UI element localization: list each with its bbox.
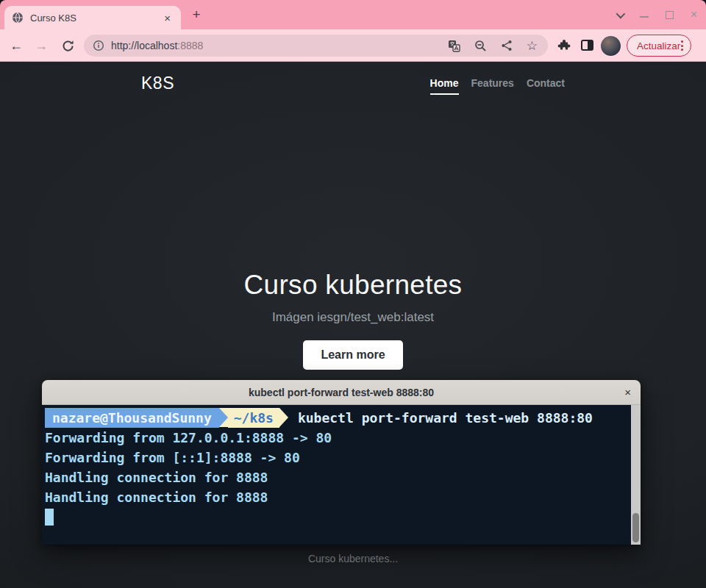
nav-item-features[interactable]: Features [471, 77, 514, 95]
terminal-output-line: Handling connection for 8888 [45, 467, 630, 487]
url-port: :8888 [177, 40, 203, 51]
site-nav: Home Features Contact [430, 77, 565, 95]
actualizar-button[interactable]: Actualizar [627, 35, 691, 57]
prompt-dir-segment: ~/k8s [228, 408, 279, 428]
chevron-down-icon[interactable] [616, 9, 625, 18]
powerline-arrow-icon [219, 408, 228, 427]
terminal-output-line: Handling connection for 8888 [45, 487, 630, 507]
terminal-output-line: Forwarding from [::1]:8888 -> 80 [45, 448, 630, 467]
reload-icon[interactable] [57, 29, 78, 62]
profile-avatar[interactable] [601, 36, 621, 56]
bookmark-star-icon[interactable]: ☆ [527, 40, 538, 52]
tab-strip: Curso K8S × + × [0, 0, 706, 29]
share-icon[interactable] [501, 40, 513, 51]
terminal-close-icon[interactable]: × [624, 386, 631, 398]
browser-tab[interactable]: Curso K8S × [4, 6, 181, 29]
zoom-out-icon[interactable] [474, 40, 487, 52]
nav-item-contact[interactable]: Contact [527, 77, 565, 95]
site-brand: K8S [141, 74, 174, 93]
masthead: K8S Home Features Contact [141, 74, 565, 95]
tab-close-icon[interactable]: × [161, 11, 174, 25]
window-close-icon[interactable]: × [691, 9, 697, 21]
nav-item-home[interactable]: Home [430, 77, 459, 95]
terminal-command: kubectl port-forward test-web 8888:80 [298, 408, 593, 428]
terminal-title: kubectl port-forward test-web 8888:80 [249, 387, 434, 398]
page-title: Curso kubernetes [0, 270, 706, 301]
url-host: http://localhost [111, 40, 177, 51]
actualizar-label: Actualizar [637, 40, 680, 51]
scrollbar-thumb[interactable] [632, 513, 639, 542]
powerline-arrow-icon [279, 408, 288, 427]
terminal-cursor [45, 509, 54, 526]
browser-toolbar: ← → http://localhost:8888 [0, 29, 706, 62]
page-footer: Curso kubernetes... [0, 553, 706, 564]
tab-title: Curso K8S [30, 12, 161, 24]
extensions-puzzle-icon[interactable] [557, 39, 571, 52]
side-panel-icon[interactable] [581, 40, 593, 51]
terminal-output-line: Forwarding from 127.0.0.1:8888 -> 80 [45, 428, 630, 448]
terminal-scrollbar[interactable] [631, 405, 641, 545]
window-controls: × [616, 0, 697, 29]
hero-subtitle: Imágen iesgn/test_web:latest [0, 310, 706, 325]
translate-icon[interactable] [448, 40, 460, 52]
back-button[interactable]: ← [6, 29, 26, 62]
hero-section: Curso kubernetes Imágen iesgn/test_web:l… [0, 270, 706, 370]
browser-chrome: Curso K8S × + × ← → [0, 0, 706, 62]
forward-button[interactable]: → [31, 29, 51, 62]
learn-more-button[interactable]: Learn more [303, 340, 402, 370]
terminal-titlebar[interactable]: kubectl port-forward test-web 8888:80 × [42, 380, 641, 405]
info-icon[interactable] [93, 40, 104, 51]
terminal-body[interactable]: nazare@ThousandSunny ~/k8s kubectl port-… [42, 405, 641, 545]
globe-favicon-icon [12, 12, 24, 24]
new-tab-button[interactable]: + [188, 7, 205, 24]
maximize-icon[interactable] [666, 11, 674, 19]
url-text[interactable]: http://localhost:8888 [111, 40, 203, 51]
address-bar[interactable]: http://localhost:8888 [84, 35, 548, 57]
terminal-window: kubectl port-forward test-web 8888:80 × … [42, 380, 641, 545]
prompt-user-segment: nazare@ThousandSunny [45, 408, 219, 428]
minimize-icon[interactable] [640, 16, 649, 18]
kebab-menu-icon[interactable] [681, 40, 683, 51]
omnibox-action-icons: ☆ [448, 40, 538, 52]
terminal-prompt-line: nazare@ThousandSunny ~/k8s kubectl port-… [45, 408, 630, 428]
